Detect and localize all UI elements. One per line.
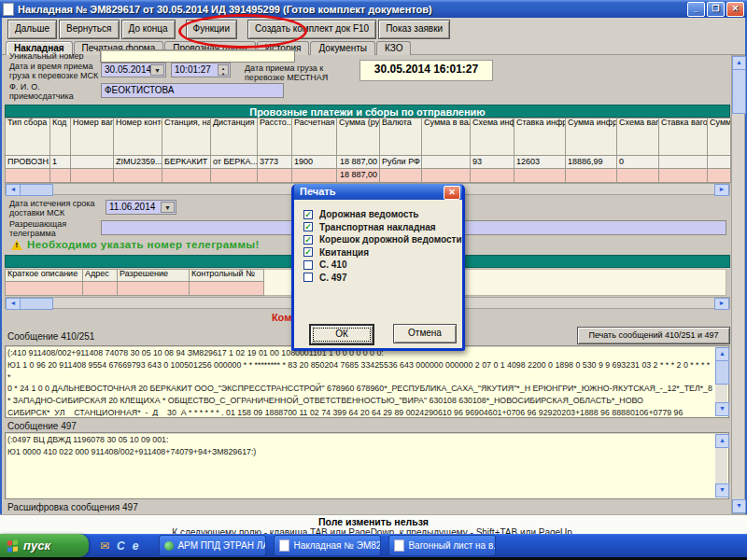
back-button[interactable]: Вернуться	[59, 20, 120, 39]
cell[interactable]: от БЕРКА...	[211, 156, 258, 169]
cancel-button[interactable]: Отмена	[393, 324, 457, 343]
close-button[interactable]: ✕	[726, 2, 744, 17]
mail-icon[interactable]: ✉	[100, 539, 109, 553]
taskbar-window-etran[interactable]: АРМ ППД ЭТРАН ЛА...	[159, 535, 266, 556]
col-header[interactable]: Номер контейнера	[114, 119, 162, 156]
col-header[interactable]: Схема вагон	[617, 119, 659, 156]
expiry-combo[interactable]: 11.06.2014 ▼	[106, 200, 176, 215]
time-accept-spinner[interactable]: 10:01:27 ▴▾	[171, 63, 231, 77]
minimize-button[interactable]: _	[687, 2, 705, 17]
print-option-counterfoil[interactable]: Корешок дорожной ведомости	[303, 233, 462, 246]
cell[interactable]: 3773	[258, 156, 292, 169]
cell[interactable]: ПРОВОЗН...	[6, 156, 50, 169]
message-410-textarea[interactable]: (:410 911408/002+911408 74078 30 05 10 0…	[5, 345, 729, 418]
col-header[interactable]: Рассто...	[258, 119, 292, 156]
scroll-down-icon[interactable]: ▼	[715, 402, 729, 416]
start-button[interactable]: пуск	[0, 534, 89, 557]
title-bar[interactable]: Накладная № ЭМ829617 от 30.05.2014 ИД 39…	[0, 0, 747, 18]
scrollbar-thumb[interactable]	[715, 360, 729, 385]
cell[interactable]: 12603	[514, 156, 566, 169]
col-header[interactable]: Расчетная масса (кг)	[292, 119, 337, 156]
payments-data-row[interactable]: ПРОВОЗН... 1 ZIMU2359... БЕРКАКИТ от БЕР…	[6, 156, 731, 169]
cell[interactable]	[659, 156, 708, 169]
dialog-close-icon[interactable]: ✕	[444, 186, 460, 200]
fio-field[interactable]: ФЕОКТИСТОВА	[101, 83, 284, 98]
scroll-down-icon[interactable]: ▼	[715, 483, 729, 497]
scroll-up-icon[interactable]: ▲	[715, 347, 729, 361]
unique-number-field[interactable]	[100, 49, 295, 63]
scroll-up-icon[interactable]: ▲	[715, 434, 729, 448]
scroll-up-icon[interactable]: ▲	[732, 56, 746, 70]
chevron-down-icon[interactable]: ▼	[161, 202, 175, 213]
checkbox-icon[interactable]	[303, 210, 313, 219]
ok-button[interactable]: ОК	[309, 324, 374, 345]
col-header[interactable]: Контрольный №	[190, 270, 264, 282]
scroll-left-icon[interactable]: ◄	[6, 184, 21, 196]
date-accept-combo[interactable]: 30.05.2014 ▼	[101, 63, 166, 77]
cell[interactable]: Рубли РФ	[380, 156, 422, 169]
scrollbar-thumb[interactable]	[20, 298, 53, 310]
print-messages-button[interactable]: Печать сообщений 410/251 и 497	[577, 327, 730, 344]
checkbox-icon[interactable]	[303, 235, 313, 245]
checkbox-icon[interactable]	[303, 273, 313, 282]
col-header[interactable]: Сумма в валюте	[422, 119, 471, 156]
col-header[interactable]: Сумма (руб)	[337, 119, 380, 156]
checkbox-icon[interactable]	[303, 247, 313, 257]
scroll-right-icon[interactable]: ►	[714, 184, 729, 196]
col-header[interactable]: Станция, на которой взимаются сборы	[162, 119, 211, 156]
cell[interactable]	[422, 156, 471, 169]
col-header[interactable]: Ставка вагон (руб.)	[659, 119, 708, 156]
spinner-arrows-icon[interactable]: ▴▾	[218, 64, 229, 76]
internet-explorer-icon[interactable]: e	[133, 539, 139, 553]
main-v-scrollbar[interactable]: ▲ ▼	[731, 55, 745, 514]
col-header[interactable]: Код	[50, 119, 71, 156]
message-497-scrollbar[interactable]: ▲ ▼	[715, 434, 727, 497]
print-option-receipt[interactable]: Квитанция	[303, 246, 462, 259]
cell[interactable]: 18886,99	[566, 156, 617, 169]
message-497-textarea[interactable]: (:0497 ВЦ ДВЖД 1196078 30 05 10 09 001: …	[5, 432, 729, 499]
tab-kzo[interactable]: КЗО	[376, 41, 411, 55]
taskbar-window-vagonny-list[interactable]: Вагонный лист на в...	[388, 535, 496, 556]
checkbox-icon[interactable]	[303, 222, 313, 231]
icq-icon[interactable]: C	[117, 539, 125, 553]
taskbar-window-nakladnaya[interactable]: Накладная № ЭМ82...	[274, 535, 381, 556]
col-header[interactable]: Валюта	[380, 119, 422, 156]
message-410-scrollbar[interactable]: ▲ ▼	[715, 347, 727, 416]
scrollbar-thumb[interactable]	[20, 184, 53, 196]
scroll-right-icon[interactable]: ►	[714, 298, 729, 310]
col-header[interactable]: Ставка инфрастр. (руб.)	[514, 119, 566, 156]
scroll-down-icon[interactable]: ▼	[732, 499, 746, 513]
col-header[interactable]: Адрес	[83, 270, 118, 282]
cell[interactable]: 1900	[292, 156, 337, 169]
cell[interactable]	[71, 156, 114, 169]
col-header[interactable]: Схема инфрастр.	[471, 119, 514, 156]
scroll-left-icon[interactable]: ◄	[6, 298, 21, 310]
cell[interactable]: 93	[471, 156, 514, 169]
print-option-c497[interactable]: С. 497	[303, 272, 462, 285]
cell[interactable]: 1	[50, 156, 71, 169]
show-request-button[interactable]: Показ заявки	[378, 20, 450, 39]
scrollbar-thumb[interactable]	[732, 69, 746, 114]
col-header[interactable]: Номер вагона	[71, 119, 114, 156]
col-header[interactable]: Сумма вагон (руб.	[708, 119, 731, 156]
col-header[interactable]: Краткое описание	[6, 270, 83, 282]
print-option-c410[interactable]: С. 410	[303, 259, 462, 272]
cell[interactable]: 18 887,00	[337, 156, 380, 169]
col-header[interactable]: Разрешение	[118, 270, 190, 282]
cell[interactable]: 0	[617, 156, 659, 169]
restore-button[interactable]: ❐	[707, 2, 725, 17]
chevron-down-icon[interactable]: ▼	[150, 64, 164, 76]
col-header[interactable]: Сумма инфрастр. (руб.)	[566, 119, 617, 156]
tab-documents[interactable]: Документы	[310, 41, 375, 55]
to-end-button[interactable]: До конца	[121, 20, 176, 39]
print-option-transport-invoice[interactable]: Транспортная накладная	[303, 221, 462, 234]
cell[interactable]: ZIMU2359...	[114, 156, 162, 169]
col-header[interactable]: Дистанция взимания сбора	[211, 119, 258, 156]
col-header[interactable]: Тип сбора	[6, 119, 50, 156]
next-button[interactable]: Дальше	[7, 20, 57, 39]
cell[interactable]: БЕРКАКИТ	[162, 156, 211, 169]
cell[interactable]	[708, 156, 731, 169]
print-option-road-sheet[interactable]: Дорожная ведомость	[303, 208, 462, 221]
print-dialog-titlebar[interactable]: Печать ✕	[294, 184, 462, 200]
checkbox-icon[interactable]	[303, 260, 313, 270]
